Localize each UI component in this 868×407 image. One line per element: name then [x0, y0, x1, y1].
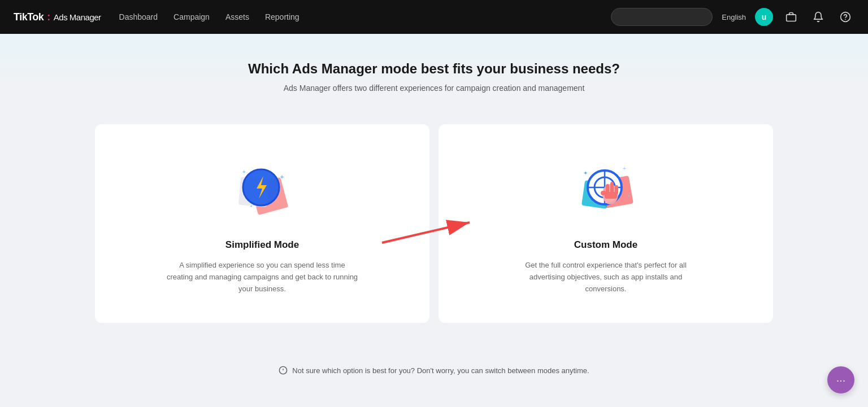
simplified-mode-card[interactable]: + ✦ + + Simplified Mode A simplified exp…: [95, 124, 429, 323]
brand-colon: :: [47, 11, 50, 23]
footer-note: Not sure which option is best for you? D…: [0, 357, 868, 393]
nav-reporting[interactable]: Reporting: [265, 10, 300, 24]
svg-text:+: +: [242, 169, 246, 175]
svg-text:+: +: [276, 199, 279, 204]
svg-text:✦: ✦: [279, 173, 285, 181]
cards-container: + ✦ + + Simplified Mode A simplified exp…: [90, 124, 778, 323]
briefcase-icon[interactable]: [782, 8, 800, 26]
hero-title: Which Ads Manager mode best fits your bu…: [14, 61, 854, 77]
svg-text:+: +: [623, 165, 626, 172]
svg-rect-22: [610, 182, 614, 193]
hero-section: Which Ads Manager mode best fits your bu…: [0, 34, 868, 113]
brand-logo[interactable]: TikTok: Ads Manager: [14, 11, 101, 23]
svg-rect-24: [605, 192, 617, 199]
footer-note-text: Not sure which option is best for you? D…: [292, 366, 589, 375]
bell-icon[interactable]: [809, 8, 827, 26]
custom-mode-desc: Get the full control experience that's p…: [510, 260, 702, 295]
nav-links: Dashboard Campaign Assets Reporting: [119, 10, 593, 24]
main-content: + ✦ + + Simplified Mode A simplified exp…: [0, 113, 868, 357]
svg-text:✦: ✦: [583, 170, 588, 176]
simplified-mode-title: Simplified Mode: [225, 239, 299, 251]
chat-bubble[interactable]: ···: [827, 366, 854, 393]
hero-subtitle: Ads Manager offers two different experie…: [14, 84, 854, 93]
svg-rect-25: [601, 191, 606, 195]
search-input[interactable]: [611, 8, 713, 26]
custom-illustration: + + ✦: [566, 147, 645, 226]
svg-text:+: +: [627, 194, 630, 199]
nav-assets[interactable]: Assets: [225, 10, 249, 24]
svg-rect-0: [787, 15, 796, 21]
lightbulb-icon: [279, 366, 288, 375]
svg-text:+: +: [250, 204, 253, 209]
brand-ads: Ads Manager: [54, 12, 101, 22]
brand-tiktok: TikTok: [14, 11, 44, 23]
custom-mode-title: Custom Mode: [574, 239, 637, 251]
language-label[interactable]: English: [722, 13, 746, 21]
svg-rect-21: [606, 184, 609, 193]
help-icon[interactable]: [836, 8, 854, 26]
chat-icon: ···: [836, 374, 846, 387]
navbar: TikTok: Ads Manager Dashboard Campaign A…: [0, 0, 868, 34]
nav-campaign[interactable]: Campaign: [173, 10, 210, 24]
nav-dashboard[interactable]: Dashboard: [119, 10, 158, 24]
navbar-right: English u: [611, 8, 854, 26]
simplified-illustration: + ✦ + +: [223, 147, 302, 226]
avatar[interactable]: u: [755, 8, 773, 26]
custom-mode-card[interactable]: + + ✦ Custom Mode Get the full control e…: [439, 124, 773, 323]
simplified-mode-desc: A simplified experience so you can spend…: [166, 260, 358, 295]
